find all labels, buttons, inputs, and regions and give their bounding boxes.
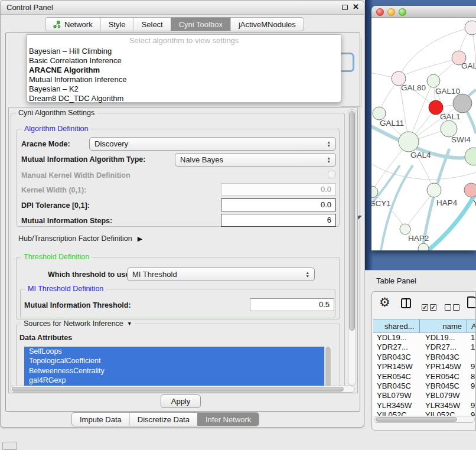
algorithm-dropdown-item[interactable]: Bayesian – K2 [27, 84, 341, 94]
network-node[interactable] [465, 148, 476, 165]
network-node-swi4[interactable] [441, 120, 457, 137]
table-cell[interactable]: 8. [468, 372, 476, 381]
select-all-check-icon[interactable]: ✓ [422, 304, 428, 311]
deselect-check-icon[interactable] [453, 304, 459, 311]
which-threshold-select[interactable]: MI Threshold ▲▼ [127, 268, 315, 281]
tab-select[interactable]: Select [133, 18, 171, 31]
hub-factor-expander[interactable]: Hub/Transcription Factor Definition▶ [18, 234, 142, 243]
network-node-gal4[interactable] [399, 132, 419, 152]
table-cell[interactable]: 9. [468, 362, 476, 371]
tab-discretize-data[interactable]: Discretize Data [129, 413, 197, 426]
data-attribute-item[interactable]: gal4RGexp [24, 376, 324, 385]
algorithm-dropdown-item[interactable]: ARACNE Algorithm [27, 66, 341, 75]
table-cell[interactable]: YLR345W [420, 401, 468, 410]
table-cell[interactable]: 9 [468, 410, 476, 416]
manual-kernel-checkbox[interactable] [328, 171, 335, 178]
table-row[interactable]: YLR345WYLR345W9. [373, 401, 476, 410]
tab-jactivemnodules[interactable]: jActiveMNodules [230, 18, 304, 31]
settings-horizontal-scrollbar[interactable] [10, 386, 355, 393]
network-node[interactable] [453, 94, 472, 113]
table-cell[interactable]: 12 [468, 343, 476, 352]
mi-threshold-field[interactable]: 0.5 [250, 298, 334, 311]
table-cell[interactable]: YIL052C [420, 410, 468, 416]
network-node-gal11[interactable] [373, 107, 386, 120]
table-horizontal-scrollbar[interactable] [374, 416, 475, 423]
select-all-check-icon[interactable]: ✓ [430, 304, 436, 311]
close-panel-icon[interactable]: ✕ [353, 2, 359, 11]
mi-algorithm-type-select[interactable]: Naive Bayes ▲▼ [175, 153, 336, 167]
minimized-panel-tab[interactable] [2, 442, 17, 450]
table-cell[interactable] [468, 391, 476, 400]
network-node-hap4[interactable] [427, 183, 441, 197]
table-cell[interactable] [468, 353, 476, 362]
table-row[interactable]: YBR043CYBR043C [373, 353, 476, 362]
data-attribute-item[interactable]: TopologicalCoefficient [24, 356, 324, 366]
table-row[interactable]: YPR145WYPR145W9. [373, 362, 476, 371]
table-cell[interactable]: YDL19... [420, 333, 468, 343]
algorithm-dropdown-item[interactable]: Dream8 DC_TDC Algorithm [27, 94, 341, 103]
table-cell[interactable]: YER054C [420, 372, 468, 381]
algorithm-dropdown-item[interactable]: Basic Correlation Inference [27, 56, 341, 66]
table-row[interactable]: YDR27...YDR27...12 [373, 343, 476, 352]
tab-infer-network[interactable]: Infer Network [197, 413, 259, 426]
table-cell[interactable]: YBR045C [373, 381, 420, 391]
network-node[interactable] [465, 21, 476, 35]
aracne-mode-select[interactable]: Discovery ▲▼ [89, 137, 336, 151]
settings-vertical-scrollbar[interactable] [348, 109, 356, 386]
table-cell[interactable]: YPR145W [373, 362, 420, 371]
table-cell[interactable]: YBR043C [373, 353, 420, 362]
column-header-shared-name[interactable]: shared... [373, 319, 420, 332]
dpi-tolerance-field[interactable]: 0.0 [221, 198, 336, 211]
kernel-width-field[interactable]: 0.0 [221, 183, 336, 196]
table-cell[interactable]: YLR345W [373, 401, 420, 410]
network-node-hap2[interactable] [400, 224, 410, 234]
column-header-name[interactable]: name [420, 319, 468, 332]
table-cell[interactable]: 9. [468, 381, 476, 391]
table-cell[interactable]: YDR27... [420, 343, 468, 352]
tab-style[interactable]: Style [100, 18, 133, 31]
float-panel-icon[interactable] [342, 5, 348, 10]
network-canvas[interactable]: GALGAL80GAL10GAL1SWI4GAL11GAL4GCY1HAP4YH… [371, 18, 476, 250]
scrollbar-thumb[interactable] [376, 417, 457, 422]
new-table-icon[interactable] [467, 296, 476, 308]
deselect-check-icon[interactable] [445, 304, 451, 311]
data-attribute-item[interactable]: BetweennessCentrality [24, 366, 324, 376]
column-layout-icon[interactable] [401, 298, 411, 308]
minimize-window-icon[interactable] [387, 8, 395, 16]
table-row[interactable]: YBR045CYBR045C9. [373, 381, 476, 391]
attributes-list-scrollbar[interactable] [324, 347, 331, 388]
table-cell[interactable]: YBL079W [420, 391, 468, 400]
table-cell[interactable]: YPR145W [420, 362, 468, 371]
table-cell[interactable]: YBL079W [373, 391, 420, 400]
table-body[interactable]: YDL19...YDL19...13YDR27...YDR27...12YBR0… [373, 333, 476, 416]
table-cell[interactable]: 9. [468, 401, 476, 410]
data-attribute-item[interactable]: SelfLoops [24, 347, 324, 356]
scrollbar-thumb[interactable] [349, 111, 355, 331]
control-panel-titlebar[interactable]: Control Panel ✕ [1, 1, 364, 15]
sources-title[interactable]: Sources for Network Inference▼ [21, 319, 135, 328]
network-window-titlebar[interactable] [371, 6, 476, 18]
algorithm-dropdown-item[interactable]: Bayesian – Hill Climbing [27, 47, 341, 56]
zoom-window-icon[interactable] [399, 8, 406, 16]
algorithm-dropdown-item[interactable]: Mutual Information Inference [27, 75, 341, 84]
table-row[interactable]: YDL19...YDL19...13 [373, 333, 476, 343]
table-cell[interactable]: YER054C [373, 372, 420, 381]
scrollbar-thumb[interactable] [12, 387, 344, 392]
table-row[interactable]: YBL079WYBL079W [373, 391, 476, 400]
mi-steps-field[interactable]: 6 [221, 214, 336, 227]
network-node-y[interactable] [464, 183, 476, 197]
tab-network[interactable]: Network [45, 18, 100, 31]
network-node-gal10[interactable] [427, 74, 440, 87]
data-attributes-list[interactable]: SelfLoopsTopologicalCoefficientBetweenne… [24, 347, 324, 388]
tab-impute-data[interactable]: Impute Data [72, 413, 129, 426]
table-row[interactable]: YIL052CYIL052C9 [373, 410, 476, 416]
table-row[interactable]: YER054CYER054C8. [373, 372, 476, 381]
tab-cyni-toolbox[interactable]: Cyni Toolbox [171, 18, 230, 31]
table-cell[interactable]: YDR27... [373, 343, 420, 352]
table-cell[interactable]: YIL052C [373, 410, 420, 416]
table-cell[interactable]: 13 [468, 333, 476, 343]
column-header-partial[interactable]: A [467, 319, 476, 332]
close-window-icon[interactable] [376, 8, 384, 16]
table-settings-gear-icon[interactable]: ⚙ [379, 295, 390, 309]
apply-button[interactable]: Apply [161, 394, 201, 408]
